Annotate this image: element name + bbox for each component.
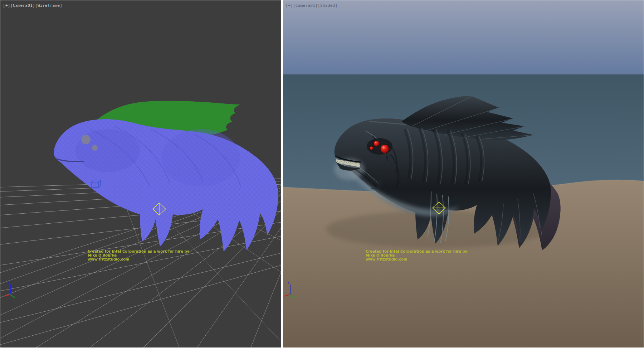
viewport-pov-label[interactable]: [Camera01] bbox=[10, 3, 35, 8]
eye-highlight bbox=[375, 142, 376, 143]
watermark-line: www.fritzstudio.com bbox=[366, 257, 469, 261]
watermark: Created for Intel Corporation as a work … bbox=[88, 249, 191, 261]
watermark-line: Mike O'Rourke bbox=[366, 253, 469, 257]
viewport-shading-label[interactable]: [Wireframe] bbox=[35, 3, 62, 8]
viewport-menu-button[interactable]: [+] bbox=[286, 3, 293, 8]
viewport-pov-label[interactable]: [Camera01] bbox=[293, 3, 318, 8]
viewport-left[interactable]: z [+][Camera01][Wireframe] Created for I… bbox=[0, 0, 281, 347]
viewport-menu-button[interactable]: [+] bbox=[3, 3, 10, 8]
eye-icon bbox=[92, 145, 98, 151]
watermark-line: Mike O'Rourke bbox=[88, 253, 191, 257]
viewport-shading-label[interactable]: [Shaded] bbox=[318, 3, 337, 8]
axis-z-label: z bbox=[8, 281, 10, 285]
wireframe-scene: z bbox=[0, 0, 281, 347]
viewport-label: [+][Camera01][Wireframe] bbox=[3, 3, 62, 8]
watermark-line: Created for Intel Corporation as a work … bbox=[366, 249, 469, 253]
eye-icon bbox=[374, 141, 379, 146]
eye-icon bbox=[380, 145, 389, 153]
eye-icon bbox=[81, 135, 91, 144]
viewport-right[interactable]: z [+][Camera01][Shaded] Created for Inte… bbox=[283, 0, 644, 347]
axis-z-label: z bbox=[288, 281, 289, 285]
shaded-scene: z bbox=[283, 0, 644, 347]
eye-icon bbox=[370, 146, 373, 150]
watermark: Created for Intel Corporation as a work … bbox=[366, 249, 469, 261]
watermark-line: Created for Intel Corporation as a work … bbox=[88, 249, 191, 253]
watermark-line: www.fritzstudio.com bbox=[88, 257, 191, 261]
sky bbox=[283, 0, 644, 75]
viewport-frame: z [+][Camera01][Wireframe] Created for I… bbox=[0, 0, 644, 350]
viewport-label: [+][Camera01][Shaded] bbox=[286, 3, 337, 8]
eye-highlight bbox=[382, 146, 385, 149]
